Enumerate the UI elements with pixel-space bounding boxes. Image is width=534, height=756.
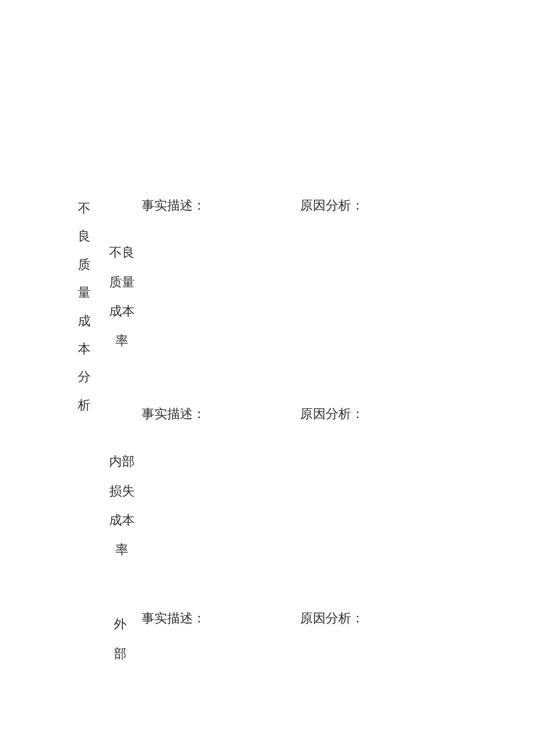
cause-analysis-label: 原因分析：	[300, 197, 364, 214]
subcategory-external: 外部	[113, 610, 127, 668]
cause-analysis-label: 原因分析：	[300, 405, 364, 423]
cause-analysis-label: 原因分析：	[300, 610, 364, 627]
fact-description-label: 事实描述：	[142, 197, 205, 214]
main-category-label: 不良质量成本分析	[77, 195, 91, 419]
fact-description-label: 事实描述：	[142, 405, 205, 423]
fact-description-label: 事实描述：	[142, 610, 205, 627]
document-page: 不良质量成本分析 不良质量成本率 事实描述： 原因分析： 内部损失成本率 事实描…	[0, 0, 534, 756]
subcategory-internal-loss-rate: 内部损失成本率	[108, 447, 136, 564]
subcategory-quality-cost-rate: 不良质量成本率	[108, 238, 136, 355]
